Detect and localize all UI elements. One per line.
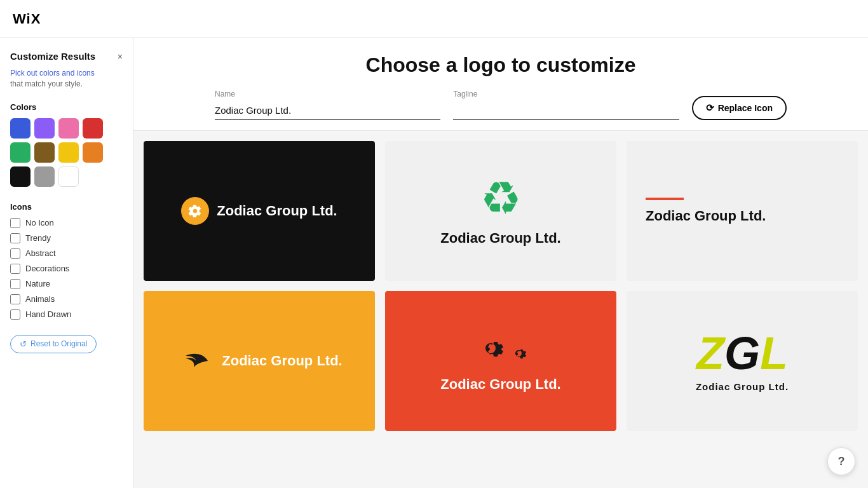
close-button[interactable]: × bbox=[118, 51, 123, 62]
page-title: Choose a logo to customize bbox=[159, 53, 843, 77]
logo2-content: ♻ Zodiac Group Ltd. bbox=[428, 163, 573, 259]
icon-item-hand-drawn: Hand Drawn bbox=[10, 309, 123, 320]
sidebar-header: Customize Results × bbox=[10, 51, 123, 62]
reset-to-original-button[interactable]: ↺ Reset to Original bbox=[10, 335, 97, 353]
help-button[interactable]: ? bbox=[827, 447, 855, 475]
color-swatch-gray[interactable] bbox=[34, 166, 55, 187]
icon-label-no-icon[interactable]: No Icon bbox=[25, 218, 54, 227]
logo1-text: Zodiac Group Ltd. bbox=[217, 203, 337, 219]
gears-container bbox=[471, 329, 530, 367]
icon-label-hand-drawn[interactable]: Hand Drawn bbox=[25, 309, 71, 319]
icon-item-nature: Nature bbox=[10, 279, 123, 289]
logo2-text: Zodiac Group Ltd. bbox=[440, 230, 560, 247]
icon-item-decorations: Decorations bbox=[10, 264, 123, 274]
icons-list: No Icon Trendy Abstract Decorations Natu… bbox=[10, 218, 123, 320]
sidebar-title: Customize Results bbox=[10, 51, 95, 62]
logo-card-3[interactable]: Zodiac Group Ltd. bbox=[627, 141, 858, 281]
name-label: Name bbox=[215, 90, 440, 98]
replace-icon-button[interactable]: ⟳ Replace Icon bbox=[692, 96, 787, 120]
checkbox-hand-drawn[interactable] bbox=[10, 309, 20, 320]
recycle-symbol: ♻ bbox=[480, 175, 522, 221]
color-swatch-green[interactable] bbox=[10, 142, 31, 163]
name-input[interactable] bbox=[215, 101, 440, 120]
colors-section-label: Colors bbox=[10, 102, 123, 112]
icon-item-animals: Animals bbox=[10, 294, 123, 304]
logo6-text: Zodiac Group Ltd. bbox=[696, 381, 789, 392]
checkbox-no-icon[interactable] bbox=[10, 218, 20, 228]
logo6-g: G bbox=[724, 330, 760, 376]
logo5-text: Zodiac Group Ltd. bbox=[440, 376, 560, 393]
large-gear-icon bbox=[471, 329, 510, 367]
icon-label-animals[interactable]: Animals bbox=[25, 294, 55, 304]
icon-label-trendy[interactable]: Trendy bbox=[25, 233, 51, 243]
logo3-accent-line bbox=[646, 198, 684, 200]
color-swatch-purple[interactable] bbox=[34, 118, 55, 139]
checkbox-abstract[interactable] bbox=[10, 248, 20, 259]
color-swatch-yellow[interactable] bbox=[58, 142, 79, 163]
color-swatch-white[interactable] bbox=[58, 166, 79, 187]
color-swatch-red[interactable] bbox=[83, 118, 103, 139]
form-row: Name Tagline ⟳ Replace Icon bbox=[215, 90, 787, 120]
icon-item-no-icon: No Icon bbox=[10, 218, 123, 228]
color-swatch-blue[interactable] bbox=[10, 118, 31, 139]
logo-card-4[interactable]: Zodiac Group Ltd. bbox=[144, 291, 375, 431]
color-swatch-black[interactable] bbox=[10, 166, 31, 187]
subtitle-text1: Pick out colors and icons bbox=[10, 69, 95, 78]
wix-logo: WiX bbox=[13, 11, 41, 27]
icon-item-abstract: Abstract bbox=[10, 248, 123, 259]
logo6-z: Z bbox=[696, 330, 724, 376]
logo5-content: Zodiac Group Ltd. bbox=[428, 316, 573, 405]
color-swatch-brown[interactable] bbox=[34, 142, 55, 163]
name-field: Name bbox=[215, 90, 440, 120]
icon-label-abstract[interactable]: Abstract bbox=[25, 248, 56, 258]
logo1-icon bbox=[181, 197, 209, 225]
gear-icon bbox=[188, 204, 202, 218]
replace-icon-label: Replace Icon bbox=[718, 103, 773, 113]
logo-card-5[interactable]: Zodiac Group Ltd. bbox=[385, 291, 616, 431]
color-swatch-orange[interactable] bbox=[83, 142, 103, 163]
subtitle-text2: that match your style. bbox=[10, 79, 83, 88]
icon-item-trendy: Trendy bbox=[10, 233, 123, 243]
tagline-input[interactable] bbox=[453, 101, 679, 120]
logo4-content: Zodiac Group Ltd. bbox=[163, 329, 355, 393]
reset-label: Reset to Original bbox=[31, 339, 87, 348]
checkbox-nature[interactable] bbox=[10, 279, 20, 289]
logo-card-6[interactable]: Z G L Zodiac Group Ltd. bbox=[627, 291, 858, 431]
help-label: ? bbox=[838, 455, 845, 468]
bird-icon bbox=[176, 342, 214, 380]
checkbox-trendy[interactable] bbox=[10, 233, 20, 243]
logo6-content: Z G L Zodiac Group Ltd. bbox=[683, 318, 801, 405]
logo-card-1[interactable]: Zodiac Group Ltd. bbox=[144, 141, 375, 281]
content-header: Choose a logo to customize Name Tagline … bbox=[133, 38, 868, 131]
icons-section-label: Icons bbox=[10, 202, 123, 212]
content-area: Choose a logo to customize Name Tagline … bbox=[133, 38, 868, 488]
main-layout: Customize Results × Pick out colors and … bbox=[0, 38, 868, 488]
logo4-text: Zodiac Group Ltd. bbox=[222, 353, 342, 369]
logo6-initials: Z G L bbox=[696, 330, 788, 376]
color-swatch-pink[interactable] bbox=[58, 118, 79, 139]
logo-card-2[interactable]: ♻ Zodiac Group Ltd. bbox=[385, 141, 616, 281]
checkbox-animals[interactable] bbox=[10, 294, 20, 304]
logo-grid: Zodiac Group Ltd. ♻ Zodiac Group Ltd. Zo… bbox=[133, 131, 868, 441]
checkbox-decorations[interactable] bbox=[10, 264, 20, 274]
logo1-content: Zodiac Group Ltd. bbox=[168, 184, 349, 238]
logo6-l: L bbox=[760, 330, 788, 376]
sidebar-subtitle: Pick out colors and icons that match you… bbox=[10, 68, 123, 90]
sidebar: Customize Results × Pick out colors and … bbox=[0, 38, 133, 488]
topbar: WiX bbox=[0, 0, 868, 38]
reset-icon: ↺ bbox=[20, 339, 27, 349]
icon-label-decorations[interactable]: Decorations bbox=[25, 264, 69, 273]
tagline-field: Tagline bbox=[453, 90, 679, 120]
logo3-text: Zodiac Group Ltd. bbox=[646, 208, 766, 224]
replace-icon-icon: ⟳ bbox=[706, 102, 714, 114]
small-gear-icon bbox=[507, 342, 530, 365]
logo3-content: Zodiac Group Ltd. bbox=[627, 179, 858, 243]
color-grid bbox=[10, 118, 123, 187]
tagline-label: Tagline bbox=[453, 90, 679, 98]
icon-label-nature[interactable]: Nature bbox=[25, 279, 50, 288]
